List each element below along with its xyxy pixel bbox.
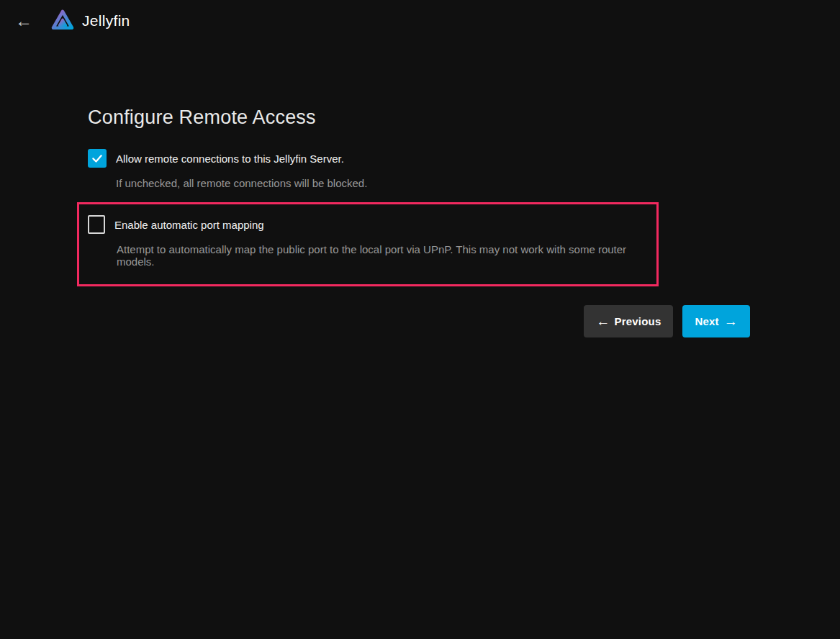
next-button-label: Next: [695, 315, 718, 327]
remote-connections-checkbox[interactable]: [88, 149, 107, 168]
port-mapping-checkbox[interactable]: [88, 215, 105, 234]
back-button[interactable]: ←: [11, 8, 37, 34]
page-title: Configure Remote Access: [88, 106, 750, 129]
port-mapping-help: Attempt to automatically map the public …: [117, 243, 646, 268]
remote-connections-row: Allow remote connections to this Jellyfi…: [88, 149, 750, 168]
back-arrow-icon: ←: [15, 8, 32, 34]
annotation-highlight-rect: Enable automatic port mapping Attempt to…: [77, 202, 659, 286]
previous-button-label: Previous: [615, 315, 661, 327]
remote-connections-help: If unchecked, all remote connections wil…: [116, 177, 750, 189]
arrow-right-icon: →: [724, 314, 738, 328]
remote-connections-field: Allow remote connections to this Jellyfi…: [88, 149, 750, 189]
remote-connections-label[interactable]: Allow remote connections to this Jellyfi…: [116, 153, 344, 165]
port-mapping-label[interactable]: Enable automatic port mapping: [114, 219, 264, 231]
wizard-nav-buttons: ← Previous Next →: [88, 305, 750, 337]
next-button[interactable]: Next →: [682, 305, 750, 337]
app-name: Jellyfin: [82, 12, 130, 30]
wizard-content: Configure Remote Access Allow remote con…: [88, 106, 750, 337]
jellyfin-logo-icon: [50, 8, 76, 34]
previous-button[interactable]: ← Previous: [584, 305, 673, 337]
arrow-left-icon: ←: [596, 314, 610, 328]
checkmark-icon: [91, 152, 104, 165]
jellyfin-logo: [50, 8, 76, 34]
app-header: ← Jellyfin: [0, 0, 840, 42]
port-mapping-field: Enable automatic port mapping Attempt to…: [88, 215, 646, 268]
port-mapping-row: Enable automatic port mapping: [88, 215, 646, 234]
